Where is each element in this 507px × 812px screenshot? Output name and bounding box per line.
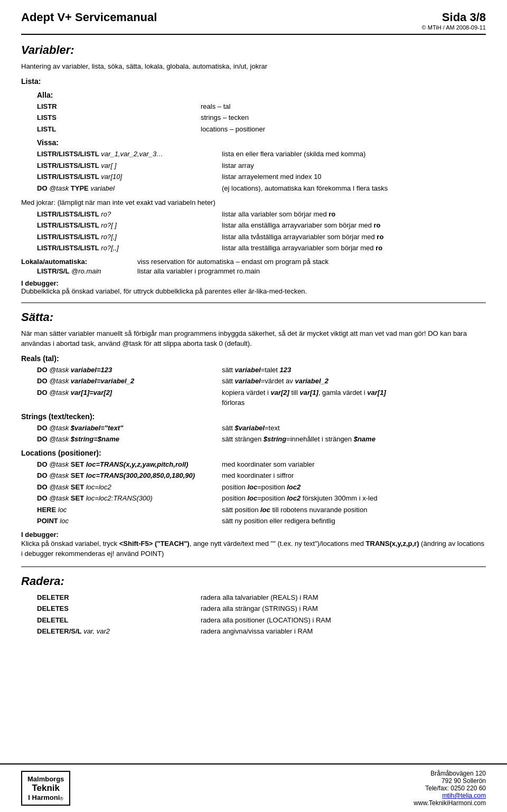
cell-left: LISTS [21,112,201,123]
table-row: POINT loc sätt ny position eller rediger… [21,516,486,526]
table-row: LISTS strings – tecken [21,112,486,123]
alla-title: Alla: [21,91,486,99]
satta-title: Sätta: [21,310,486,324]
footer-address: Bråmåbovägen 120 792 90 Sollerön Tele/fa… [414,770,486,807]
cell-right: position loc=position loc2 förskjuten 30… [222,493,486,504]
page-number: Sida 3/8 [422,11,486,24]
table-row: DO @task SET loc=loc2:TRANS(300) positio… [21,493,486,504]
cell-right: listar arrayelement med index 10 [222,172,486,182]
lokala-block: Lokala/automatiska: viss reservation för… [21,258,486,266]
debugger2-title: I debugger: [21,531,486,539]
table-row: DELETER radera alla talvariabler (REALS)… [21,592,486,603]
table-row: LISTL locations – positioner [21,124,486,135]
cell-left: LISTR/LISTS/LISTL var_1,var_2,var_3… [21,149,222,159]
table-row: DO @task SET loc=TRANS(x,y,z,yaw,pitch,r… [21,459,486,470]
address-email[interactable]: mtih@telia.com [414,792,486,799]
cell-right: sätt variabel=värdet av variabel_2 [222,376,486,386]
table-row: DO @task SET loc=loc2 position loc=posit… [21,482,486,493]
email-link[interactable]: mtih@telia.com [442,792,486,799]
cell-right: radera angivna/vissa variabler i RAM [201,626,486,637]
radera-section: Radera: DELETER radera alla talvariabler… [21,574,486,637]
cell-right: sätt strängen $string=innehållet i strän… [222,434,486,445]
cell-right: med koordinater som variabler [222,459,486,470]
table-row: LISTR/LISTS/LISTL var[ ] listar array [21,160,486,171]
variabler-title: Variabler: [21,43,486,57]
lista-title: Lista: [21,77,486,86]
cell-right: listar alla variabler i programmet ro.ma… [137,267,486,275]
reals-rows: DO @task variabel=123 sätt variabel=tale… [21,365,486,408]
address-street: Bråmåbovägen 120 [414,770,486,777]
table-row: DELETER/S/L var, var2 radera angivna/vis… [21,626,486,637]
cell-left: LISTL [21,124,201,135]
cell-left: LISTR/LISTS/LISTL var[10] [21,172,222,182]
cell-left: LISTR/LISTS/LISTL var[ ] [21,160,222,171]
lokala-desc: viss reservation för automatiska – endas… [137,258,486,266]
debugger1-block: I debugger: Dubbelklicka på önskad varia… [21,279,486,295]
variabler-intro: Hantering av variabler, lista, söka, sät… [21,61,486,72]
reals-title: Reals (tal): [21,354,486,363]
cell-left: DELETER/S/L var, var2 [21,626,201,637]
cell-right: sätt $variabel=text [222,423,486,433]
variabler-section: Variabler: Hantering av variabler, lista… [21,43,486,295]
lokala-title: Lokala/automatiska: [21,258,137,266]
strings-title: Strings (text/tecken): [21,412,486,421]
cell-right: locations – positioner [201,124,486,135]
radera-title: Radera: [21,574,486,588]
header-right: Sida 3/8 © MTiH / AM 2008-09-11 [422,11,486,31]
cell-right: radera alla strängar (STRINGS) i RAM [201,603,486,614]
cell-left: DO @task SET loc=TRANS(300,200,850,0,180… [21,470,222,481]
locations-rows: DO @task SET loc=TRANS(x,y,z,yaw,pitch,r… [21,459,486,526]
cell-left: DO @task SET loc=loc2 [21,482,222,493]
document-title: Adept V+ Servicemanual [21,11,157,24]
vissa-title: Vissa: [21,138,486,147]
table-row: LISTR/LISTS/LISTL ro? listar alla variab… [21,209,486,220]
cell-right: kopiera värdet i var[2] till var[1], gam… [222,388,486,408]
satta-section: Sätta: När man sätter variabler manuellt… [21,310,486,559]
cell-right: sätt ny position eller redigera befintli… [222,516,486,526]
cell-left: DO @task $variabel="text" [21,423,222,433]
address-website: www.TeknikiHarmoni.com [414,799,486,807]
table-row: LISTR/LISTS/LISTL ro?[,,] listar alla tr… [21,243,486,253]
cell-left: DO @task $string=$name [21,434,222,445]
cell-left: DO @task variabel=123 [21,365,222,375]
table-row: DO @task $variabel="text" sätt $variabel… [21,423,486,433]
cell-left: DELETER [21,592,201,603]
cell-right: listar alla enställiga arrayvariaber som… [222,220,486,231]
cell-left: LISTR/LISTS/LISTL ro?[,,] [21,243,222,253]
cell-right: position loc=position loc2 [222,482,486,493]
logo-line1: Malmborgs [27,775,64,783]
jokrar-title: Med jokrar: (lämpligt när man inte vet e… [21,197,486,208]
cell-right: listar alla tvåställiga arrayvariabler s… [222,232,486,242]
cell-left: DELETES [21,603,201,614]
satta-intro: När man sätter variabler manuellt så för… [21,328,486,349]
table-row: DO @task var[1]=var[2] kopiera värdet i … [21,388,486,408]
jokrar-rows: LISTR/LISTS/LISTL ro? listar alla variab… [21,209,486,253]
company-logo: Malmborgs Teknik I Harmoni ® [21,771,70,806]
address-city: 792 90 Sollerön [414,777,486,785]
table-row: DO @task SET loc=TRANS(300,200,850,0,180… [21,470,486,481]
debugger1-title: I debugger: [21,279,486,287]
address-phone: Tele/fax: 0250 220 60 [414,785,486,792]
strings-rows: DO @task $variabel="text" sätt $variabel… [21,423,486,445]
cell-left: LISTR/LISTS/LISTL ro?[,] [21,232,222,242]
logo-registered: ® [60,796,63,801]
cell-right: strings – tecken [201,112,486,123]
cell-left: LISTR/S/L @ro.main [21,267,137,275]
table-row: DELETEL radera alla positioner (LOCATION… [21,615,486,626]
table-row: LISTR/LISTS/LISTL var[10] listar arrayel… [21,172,486,182]
cell-left: DO @task variabel=variabel_2 [21,376,222,386]
cell-left: DO @task var[1]=var[2] [21,388,222,408]
cell-left: DO @task TYPE variabel [21,183,222,194]
page-footer: Malmborgs Teknik I Harmoni ® Bråmåboväge… [0,763,507,812]
cell-left: POINT loc [21,516,222,526]
table-row: HERE loc sätt position loc till robotens… [21,505,486,515]
cell-right: (ej locations), automatiska kan förekomm… [222,183,486,194]
vissa-rows: LISTR/LISTS/LISTL var_1,var_2,var_3… lis… [21,149,486,193]
table-row: DO @task $string=$name sätt strängen $st… [21,434,486,445]
table-row: DO @task variabel=123 sätt variabel=tale… [21,365,486,375]
table-row: LISTR reals – tal [21,101,486,112]
cell-right: radera alla talvariabler (REALS) i RAM [201,592,486,603]
cell-right: radera alla positioner (LOCATIONS) i RAM [201,615,486,626]
cell-right: sätt variabel=talet 123 [222,365,486,375]
table-row: LISTR/LISTS/LISTL ro?[,] listar alla två… [21,232,486,242]
